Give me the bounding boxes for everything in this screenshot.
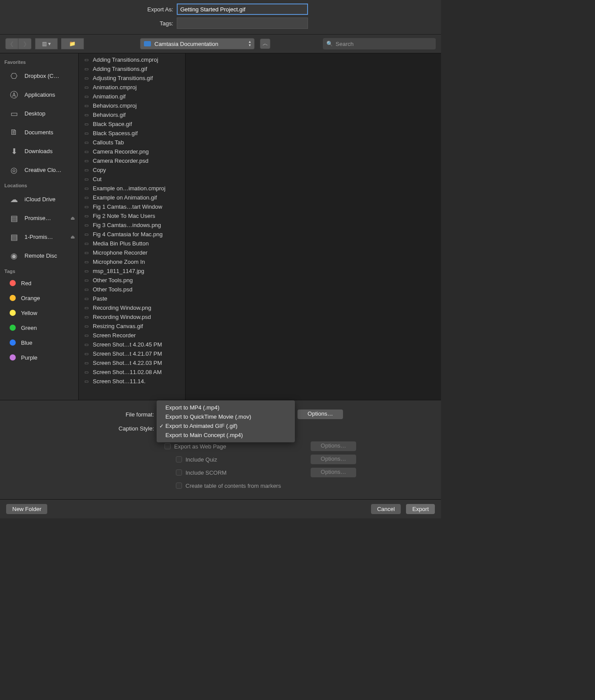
file-row[interactable]: ▭Camera Recorder.png xyxy=(79,147,185,156)
file-row[interactable]: ▭Other Tools.png xyxy=(79,276,185,285)
view-mode-button[interactable]: ▥ ▾ xyxy=(35,38,58,49)
file-row[interactable]: ▭Cut xyxy=(79,175,185,184)
toc-row: Create table of contents from markers xyxy=(10,479,430,492)
sidebar-item[interactable]: ⬇Downloads xyxy=(0,142,78,161)
sidebar-item[interactable]: ◎Creative Clo… xyxy=(0,161,78,179)
include-quiz-options-button[interactable]: Options… xyxy=(311,455,356,464)
file-row[interactable]: ▭Microphone Zoom In xyxy=(79,257,185,266)
file-row[interactable]: ▭Animation.cmproj xyxy=(79,83,185,92)
file-row[interactable]: ▭Fig 1 Camtas…tart Window xyxy=(79,202,185,211)
file-row[interactable]: ▭Behaviors.cmproj xyxy=(79,101,185,110)
back-button[interactable]: ❮ xyxy=(5,38,18,49)
file-name: Fig 3 Camtas…indows.png xyxy=(93,222,161,228)
action-menu-button[interactable]: 📁 xyxy=(61,38,84,49)
file-row[interactable]: ▭Adjusting Transitions.gif xyxy=(79,74,185,83)
file-row[interactable]: ▭Callouts Tab xyxy=(79,138,185,147)
file-row[interactable]: ▭Camera Recorder.psd xyxy=(79,156,185,165)
export-web-options-button[interactable]: Options… xyxy=(311,441,356,451)
sidebar-item-label: Downloads xyxy=(24,148,52,154)
path-popup[interactable]: Camtasia Documentation ▲▼ xyxy=(140,38,255,49)
file-row[interactable]: ▭msp_1811_1147.jpg xyxy=(79,266,185,276)
new-folder-button[interactable]: New Folder xyxy=(6,504,47,514)
include-quiz-checkbox[interactable] xyxy=(176,456,182,462)
format-menu-item[interactable]: Export to MP4 (.mp4) xyxy=(157,403,295,412)
tags-input[interactable] xyxy=(177,18,308,29)
file-row[interactable]: ▭Example on Animation.gif xyxy=(79,193,185,202)
sidebar-item[interactable]: ⎔Dropbox (C… xyxy=(0,66,78,85)
tag-dot-icon xyxy=(10,340,16,346)
file-name: Screen Shot…t 4.21.07 PM xyxy=(93,350,162,357)
export-as-input[interactable] xyxy=(177,4,308,15)
file-row[interactable]: ▭Behaviors.gif xyxy=(79,110,185,119)
sidebar-section-title: Favorites xyxy=(0,56,78,66)
file-row[interactable]: ▭Black Space.gif xyxy=(79,119,185,129)
file-row[interactable]: ▭Media Bin Plus Button xyxy=(79,239,185,248)
sidebar-tag[interactable]: Green xyxy=(0,320,78,335)
cancel-button[interactable]: Cancel xyxy=(371,504,401,514)
sidebar-item[interactable]: ▭Desktop xyxy=(0,104,78,123)
sidebar-tag[interactable]: Red xyxy=(0,276,78,290)
collapse-button[interactable]: ︿ xyxy=(260,38,270,49)
file-row[interactable]: ▭Screen Shot…t 4.20.45 PM xyxy=(79,340,185,349)
toc-checkbox[interactable] xyxy=(176,483,182,489)
file-row[interactable]: ▭Black Spacess.gif xyxy=(79,129,185,138)
folder-icon xyxy=(144,41,151,46)
sidebar-item[interactable]: ◉Remote Disc xyxy=(0,246,78,265)
sidebar-tag[interactable]: Orange xyxy=(0,290,78,305)
eject-icon[interactable]: ⏏ xyxy=(70,215,75,221)
sidebar-item[interactable]: ▤Promise…⏏ xyxy=(0,209,78,228)
file-row[interactable]: ▭Screen Shot…t 4.22.03 PM xyxy=(79,358,185,368)
file-row[interactable]: ▭Screen Shot…11.02.08 AM xyxy=(79,368,185,377)
toc-label: Create table of contents from markers xyxy=(186,483,281,489)
export-button[interactable]: Export xyxy=(406,504,435,514)
preview-pane xyxy=(186,53,441,400)
search-field[interactable]: 🔍 Search xyxy=(323,38,436,49)
format-menu-item[interactable]: ✓Export to Animated GIF (.gif) xyxy=(157,421,295,430)
file-row[interactable]: ▭Resizing Canvas.gif xyxy=(79,322,185,331)
file-row[interactable]: ▭Other Tools.psd xyxy=(79,285,185,294)
file-row[interactable]: ▭Adding Transitions.cmproj xyxy=(79,55,185,64)
options-panel: File format: Options… Caption Style: Exp… xyxy=(0,400,441,499)
file-icon: ▭ xyxy=(82,213,90,219)
file-row[interactable]: ▭Paste xyxy=(79,294,185,303)
file-row[interactable]: ▭Recording Window.psd xyxy=(79,312,185,322)
file-icon: ▭ xyxy=(82,296,90,302)
sidebar-item[interactable]: 🗎Documents xyxy=(0,123,78,142)
sidebar-tag[interactable]: Yellow xyxy=(0,305,78,320)
file-format-options-button[interactable]: Options… xyxy=(298,410,343,419)
format-menu-item-label: Export to Animated GIF (.gif) xyxy=(165,423,238,429)
file-row[interactable]: ▭Microphone Recorder xyxy=(79,248,185,257)
file-row[interactable]: ▭Fig 2 Note To Mac Users xyxy=(79,211,185,220)
file-row[interactable]: ▭Screen Shot…t 4.21.07 PM xyxy=(79,349,185,358)
include-scorm-checkbox[interactable] xyxy=(176,469,182,476)
file-row[interactable]: ▭Screen Shot…11.14. xyxy=(79,377,185,386)
file-row[interactable]: ▭Example on…imation.cmproj xyxy=(79,184,185,193)
folder-plus-icon: 📁 xyxy=(69,41,76,47)
file-name: Adjusting Transitions.gif xyxy=(93,75,153,81)
file-row[interactable]: ▭Screen Recorder xyxy=(79,331,185,340)
sidebar-item[interactable]: ▤1-Promis…⏏ xyxy=(0,228,78,246)
sidebar-tag[interactable]: Blue xyxy=(0,335,78,350)
file-row[interactable]: ▭Fig 4 Camtasia for Mac.png xyxy=(79,230,185,239)
nav-buttons: ❮ ❯ xyxy=(5,38,32,49)
format-menu-item[interactable]: Export to QuickTime Movie (.mov) xyxy=(157,412,295,421)
sidebar-tag[interactable]: Purple xyxy=(0,350,78,365)
sidebar-item[interactable]: ☁iCloud Drive xyxy=(0,190,78,209)
sidebar-item[interactable]: ⒶApplications xyxy=(0,85,78,104)
file-row[interactable]: ▭Copy xyxy=(79,165,185,175)
include-scorm-options-button[interactable]: Options… xyxy=(311,468,356,477)
file-row[interactable]: ▭Recording Window.png xyxy=(79,303,185,312)
export-web-checkbox[interactable] xyxy=(164,443,171,449)
file-row[interactable]: ▭Animation.gif xyxy=(79,92,185,101)
forward-button[interactable]: ❯ xyxy=(18,38,32,49)
tag-dot-icon xyxy=(10,310,16,316)
file-row[interactable]: ▭Fig 3 Camtas…indows.png xyxy=(79,220,185,230)
file-row[interactable]: ▭Adding Transitions.gif xyxy=(79,64,185,74)
chevron-up-icon: ︿ xyxy=(262,40,268,48)
eject-icon[interactable]: ⏏ xyxy=(70,234,75,240)
path-location-label: Camtasia Documentation xyxy=(154,41,218,47)
tag-label: Yellow xyxy=(21,310,37,316)
sidebar-section-title: Locations xyxy=(0,179,78,190)
sidebar-item-label: iCloud Drive xyxy=(24,196,56,203)
format-menu-item[interactable]: Export to Main Concept (.mp4) xyxy=(157,430,295,440)
